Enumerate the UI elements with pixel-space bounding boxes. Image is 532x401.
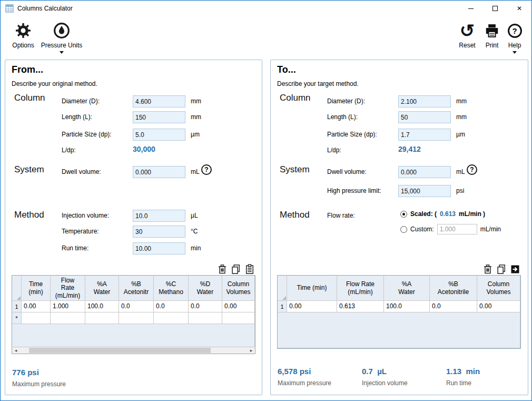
- to-injection-volume-value: 0.7 µL: [362, 367, 387, 376]
- maximize-button[interactable]: [483, 1, 507, 16]
- col-header-pct-b: %B Acetonitr: [119, 276, 154, 301]
- cell-empty[interactable]: [222, 312, 255, 324]
- to-panel-title: To...: [277, 64, 296, 75]
- temperature-input[interactable]: [133, 226, 185, 238]
- table-select-all-corner[interactable]: [12, 276, 22, 301]
- cell-empty[interactable]: [119, 312, 154, 324]
- scaled-radio[interactable]: [400, 211, 407, 218]
- particle-size-unit: µm: [191, 131, 200, 138]
- copy-table-button[interactable]: [231, 264, 241, 275]
- dwell-volume-label: Dwell volume:: [327, 168, 367, 175]
- row-header-new[interactable]: *: [12, 312, 22, 324]
- cell-pct-a[interactable]: 100.0: [384, 301, 430, 312]
- length-input[interactable]: [133, 111, 185, 123]
- copy-icon: [231, 264, 241, 275]
- cell-pct-a[interactable]: 100.0: [85, 301, 119, 312]
- cell-pct-d[interactable]: 0.0: [189, 301, 222, 312]
- cell-empty[interactable]: [154, 312, 189, 324]
- chevron-down-icon: [60, 51, 64, 54]
- options-button[interactable]: Options: [8, 21, 38, 49]
- ldp-value: 30,000: [133, 145, 155, 153]
- pressure-units-button[interactable]: Pressure Units: [38, 21, 85, 54]
- copy-table-button[interactable]: [496, 264, 507, 275]
- close-button[interactable]: ✕: [507, 1, 531, 16]
- from-max-pressure-label: Maximum pressure: [12, 380, 66, 388]
- col-header-pct-a: %A Water: [384, 276, 430, 301]
- cell-pct-b[interactable]: 0.0: [430, 301, 477, 312]
- cell-flow-rate[interactable]: 0.613: [337, 301, 384, 312]
- from-max-pressure-value: 776 psi: [12, 368, 39, 377]
- help-button[interactable]: ? Help: [504, 21, 525, 54]
- printer-icon: [484, 23, 500, 38]
- temperature-unit: °C: [191, 228, 198, 235]
- scaled-flow-option[interactable]: Scaled: ( 0.613 mL/min ): [400, 210, 485, 218]
- ldp-value: 29,412: [398, 145, 421, 153]
- cell-empty[interactable]: [22, 312, 51, 324]
- col-header-flow-rate: Flow Rate (mL/min): [337, 276, 384, 301]
- reset-label: Reset: [452, 42, 482, 49]
- col-header-flow-rate: Flow Rate (mL/min): [51, 276, 85, 301]
- help-label: Help: [504, 42, 525, 49]
- cell-time[interactable]: 0.00: [287, 301, 337, 312]
- particle-size-input[interactable]: [133, 129, 185, 141]
- row-header-1[interactable]: 1: [278, 301, 287, 312]
- section-heading-system: System: [280, 164, 310, 175]
- custom-flow-input[interactable]: [437, 224, 477, 234]
- window-title: Columns Calculator: [17, 5, 73, 12]
- cell-pct-c[interactable]: 0.0: [154, 301, 189, 312]
- diameter-label: Diameter (D):: [327, 97, 365, 105]
- col-header-time: Time (min): [22, 276, 51, 301]
- custom-radio[interactable]: [400, 226, 407, 233]
- dwell-help-icon[interactable]: ?: [467, 164, 477, 175]
- from-gradient-table: Time (min) Flow Rate (mL/min) %A Water %…: [12, 275, 255, 348]
- delete-rows-button[interactable]: [482, 264, 493, 275]
- reset-icon: ↺: [460, 22, 475, 40]
- cell-pct-b[interactable]: 0.0: [119, 301, 154, 312]
- export-table-button[interactable]: [510, 264, 520, 275]
- cell-column-volumes[interactable]: 0.00: [477, 301, 520, 312]
- dwell-volume-input[interactable]: [133, 166, 185, 178]
- scaled-suffix: mL/min ): [459, 210, 485, 218]
- paste-table-button[interactable]: [244, 264, 255, 275]
- reset-button[interactable]: ↺ Reset: [452, 21, 482, 49]
- delete-rows-button[interactable]: [217, 264, 228, 275]
- scroll-right-icon[interactable]: ▸: [248, 347, 255, 354]
- help-icon: ?: [508, 24, 522, 38]
- gear-icon: [15, 22, 32, 39]
- row-header-1[interactable]: 1: [12, 301, 22, 312]
- flow-rate-label: Flow rate:: [327, 212, 355, 219]
- cell-flow-rate[interactable]: 1.000: [51, 301, 85, 312]
- high-pressure-limit-input[interactable]: [398, 185, 451, 197]
- dwell-volume-input[interactable]: [398, 166, 451, 178]
- injection-volume-label: Injection volume:: [62, 212, 109, 219]
- dwell-volume-unit: mL: [456, 168, 465, 175]
- diameter-input[interactable]: [398, 95, 451, 107]
- particle-size-input[interactable]: [398, 129, 451, 141]
- scroll-left-icon[interactable]: ◂: [12, 347, 19, 354]
- cell-empty[interactable]: [51, 312, 85, 324]
- table-select-all-corner[interactable]: [278, 276, 287, 301]
- cell-empty[interactable]: [189, 312, 222, 324]
- run-time-input[interactable]: [133, 242, 185, 255]
- cell-column-volumes[interactable]: 0.00: [222, 301, 255, 312]
- particle-size-unit: µm: [456, 131, 465, 138]
- table-empty-area: [12, 324, 255, 347]
- title-bar: Columns Calculator ✕: [1, 1, 531, 16]
- to-panel: To... Describe your target method. Colum…: [270, 60, 528, 395]
- export-icon: [510, 264, 520, 275]
- table-horizontal-scrollbar[interactable]: ◂ ▸: [12, 347, 255, 354]
- cell-time[interactable]: 0.00: [22, 301, 51, 312]
- diameter-unit: mm: [191, 97, 201, 105]
- injection-volume-input[interactable]: [133, 210, 185, 222]
- length-input[interactable]: [398, 111, 451, 123]
- cell-empty[interactable]: [85, 312, 119, 324]
- minimize-button[interactable]: [459, 1, 483, 16]
- custom-flow-option[interactable]: Custom: mL/min: [400, 224, 501, 234]
- scrollbar-thumb[interactable]: [29, 348, 211, 353]
- print-button[interactable]: Print: [481, 21, 503, 49]
- diameter-input[interactable]: [133, 95, 185, 107]
- col-header-column-volumes: Column Volumes: [222, 276, 255, 301]
- dwell-help-icon[interactable]: ?: [201, 164, 212, 175]
- high-pressure-limit-label: High pressure limit:: [327, 187, 381, 194]
- dwell-volume-label: Dwell volume:: [62, 168, 101, 175]
